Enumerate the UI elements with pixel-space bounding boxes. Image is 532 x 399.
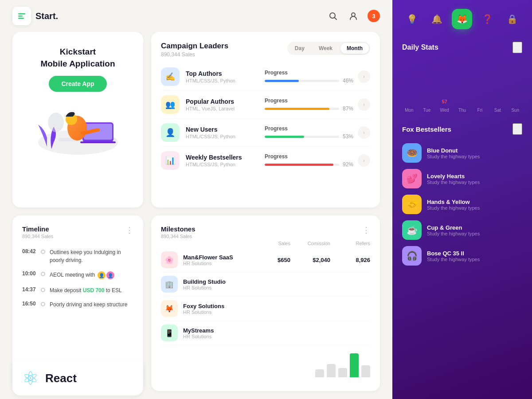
milestone-sub: HR Solutions [183, 309, 250, 315]
milestone-row: 🌸 Man&Flower SaaS HR Solutions $650 $2,0… [161, 248, 370, 272]
campaign-row-chevron-button[interactable]: › [358, 70, 370, 83]
kickstart-card: Kickstart Mobile Application Create App [12, 32, 143, 207]
campaign-row-chevron-button[interactable]: › [358, 154, 370, 167]
notification-badge[interactable]: 3 [368, 10, 380, 22]
campaign-row-name: Popular Authors [186, 98, 265, 105]
bestseller-item: 🍩 Blue Donut Study the highway types [402, 140, 522, 166]
milestone-commission: $2,040 [290, 257, 330, 263]
timeline-time: 10:00 [22, 270, 41, 277]
timeline-text: Poorly driving and keep structure [50, 301, 127, 309]
logo-icon [12, 7, 31, 25]
bestseller-item: 💕 Lovely Hearts Study the highway types [402, 166, 522, 192]
campaign-row-tech: HTML/CSS/JS, Python [186, 134, 265, 139]
top-nav-icon-4[interactable]: 🔒 [502, 9, 523, 29]
campaign-row: ✍️ Top Authors HTML/CSS/JS, Python Progr… [161, 63, 370, 91]
progress-bar-fill [265, 108, 329, 110]
top-nav-icon-1[interactable]: 🔔 [427, 9, 447, 29]
progress-label: Progress [265, 125, 288, 132]
milestone-table-header: Sales Comission Refers [161, 239, 370, 248]
campaign-row-tech: HTML, VueJS, Laravel [186, 106, 265, 111]
campaign-row-info: Weekly Bestsellers HTML/CSS/JS, Python [186, 154, 265, 167]
fox-bestsellers-title: Fox Bestsellers [402, 125, 451, 133]
bar-day-label: Sat [494, 108, 501, 113]
campaign-row-progress: Progress 46% [265, 70, 353, 84]
milestone-row: 🦊 Foxy Solutions HR Solutions [161, 297, 370, 321]
campaign-card: Campaign Leaders 890,344 Sales Day Week … [151, 32, 380, 207]
bestseller-list: 🍩 Blue Donut Study the highway types 💕 L… [402, 140, 522, 269]
milestone-sub: HR Solutions [183, 285, 250, 290]
timeline-menu-button[interactable]: ⋮ [125, 225, 133, 235]
content-grid: Kickstart Mobile Application Create App [0, 32, 392, 399]
kickstart-title: Kickstart Mobile Application [40, 46, 115, 70]
top-nav-icon-2[interactable]: 🦊 [452, 9, 472, 29]
timeline-link[interactable]: USD 700 [83, 287, 105, 293]
bar-peak-value: 57 [442, 99, 447, 104]
campaign-row-info: Popular Authors HTML, VueJS, Laravel [186, 98, 265, 111]
avatar: 👤 [97, 270, 106, 280]
progress-pct: 87% [343, 106, 353, 112]
chart-bar-col: Fri [473, 106, 487, 113]
create-app-button[interactable]: Create App [49, 76, 106, 92]
top-nav-icon-0[interactable]: 💡 [402, 9, 422, 29]
milestone-rows: Sales Comission Refers 🌸 Man&Flower SaaS… [161, 239, 370, 377]
progress-bar-wrap: 53% [265, 133, 353, 140]
campaign-row-icon: 👥 [161, 95, 180, 114]
bestseller-name: Blue Donut [427, 147, 522, 154]
tab-month[interactable]: Month [340, 43, 369, 54]
timeline-dot [41, 272, 45, 276]
bestseller-sub: Study the highway types [427, 257, 522, 262]
timeline-list: 08:42 Outlines keep you Indulging in poo… [22, 245, 133, 312]
bestseller-thumb: ☕ [402, 220, 422, 240]
campaign-row-chevron-button[interactable]: › [358, 98, 370, 111]
bestseller-name: Bose QC 35 II [427, 250, 522, 257]
milestone-icon: 🏢 [161, 276, 178, 293]
time-tab-group: Day Week Month [287, 42, 370, 55]
timeline-time: 16:50 [22, 301, 41, 307]
svg-rect-0 [18, 13, 25, 15]
campaign-row-icon: ✍️ [161, 67, 180, 86]
fox-bestsellers-section: Fox Bestsellers ⋯ 🍩 Blue Donut Study the… [392, 117, 532, 399]
bestseller-name: Lovely Hearts [427, 173, 522, 180]
bestseller-thumb: 🤝 [402, 195, 422, 214]
campaign-row: 📊 Weekly Bestsellers HTML/CSS/JS, Python… [161, 147, 370, 174]
progress-bar-bg [265, 80, 339, 82]
commission-col-header: Comission [290, 241, 330, 246]
chart-bar-col: Thu [455, 106, 469, 113]
bestseller-sub: Study the highway types [427, 154, 522, 159]
campaign-row-icon: 👤 [161, 123, 180, 142]
progress-bar-bg [265, 136, 339, 138]
user-icon[interactable] [347, 10, 360, 22]
milestone-icon: 🌸 [161, 251, 178, 268]
campaign-row-name: Top Authors [186, 70, 265, 77]
campaign-row-chevron-button[interactable]: › [358, 126, 370, 139]
milestone-icon: 📱 [161, 325, 178, 341]
chart-bar-col: Mon [402, 106, 416, 113]
daily-stats-menu-button[interactable]: ⋯ [512, 42, 522, 53]
refers-col-header: Refers [330, 241, 370, 246]
svg-point-5 [352, 13, 355, 16]
tab-day[interactable]: Day [289, 43, 311, 54]
progress-label: Progress [265, 70, 288, 76]
timeline-item: 08:42 Outlines keep you Indulging in poo… [22, 245, 133, 267]
milestones-menu-button[interactable]: ⋮ [362, 225, 370, 235]
svg-rect-2 [18, 18, 24, 19]
bar-day-label: Sun [511, 108, 519, 113]
progress-bar-wrap: 92% [265, 161, 353, 168]
timeline-text: AEOL meeting with 👤 👤 [50, 270, 113, 280]
timeline-time: 08:42 [22, 248, 41, 254]
timeline-title: Timeline [22, 225, 53, 233]
milestone-mini-chart [161, 351, 370, 377]
progress-bar-wrap: 87% [265, 106, 353, 112]
milestone-sales: $650 [250, 257, 290, 263]
campaign-subtitle: 890,344 Sales [161, 51, 228, 58]
mini-chart-bar [350, 353, 359, 377]
daily-stats-chart: Mon Tue 57 Wed Thu Fri Sat Sun [402, 59, 522, 113]
campaign-row-progress: Progress 87% [265, 98, 353, 112]
progress-bar-wrap: 46% [265, 78, 353, 84]
top-nav-icon-3[interactable]: ❓ [477, 9, 497, 29]
fox-bestsellers-menu-button[interactable]: ⋯ [512, 123, 522, 135]
search-icon[interactable] [327, 10, 339, 22]
tab-week[interactable]: Week [313, 43, 339, 54]
svg-rect-11 [80, 141, 116, 143]
progress-bar-fill [265, 164, 333, 166]
